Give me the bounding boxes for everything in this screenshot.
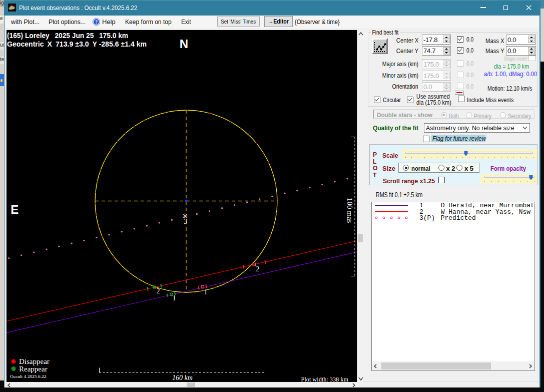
- svg-text:160 km: 160 km: [172, 374, 193, 381]
- svg-text:N: N: [179, 37, 188, 51]
- svg-text:100 mas: 100 mas: [345, 198, 353, 223]
- svg-text:Geocentric X 713.9 ±3.0 Y -285: Geocentric X 713.9 ±3.0 Y -285.6 ±1.4 km: [7, 40, 147, 48]
- svg-text:3: 3: [184, 218, 187, 225]
- svg-text:2: 2: [156, 287, 160, 295]
- svg-text:Reappear: Reappear: [19, 365, 48, 373]
- svg-text:2: 2: [256, 265, 259, 273]
- svg-text:1: 1: [172, 294, 176, 302]
- svg-text:Plot width: 338 km: Plot width: 338 km: [301, 376, 348, 382]
- svg-text:Occult 4.2025.6.22: Occult 4.2025.6.22: [10, 374, 47, 379]
- svg-text:?: ?: [95, 20, 98, 25]
- svg-text:1: 1: [204, 288, 207, 296]
- svg-text:(165) Loreley 2025 Jun 25 17: (165) Loreley 2025 Jun 25 175.0 km: [7, 32, 128, 40]
- svg-text:E: E: [11, 203, 19, 216]
